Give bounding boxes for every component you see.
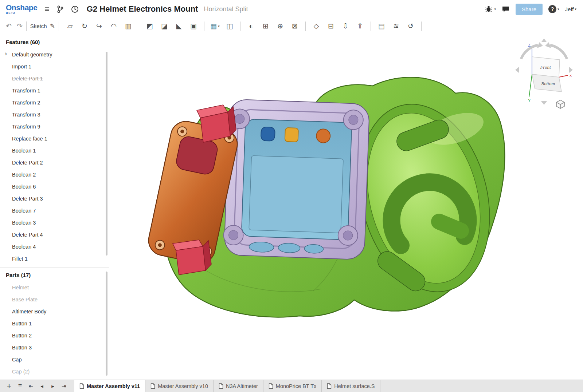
bug-caret-icon: ▾ <box>494 7 496 11</box>
svg-text:Z: Z <box>528 43 531 47</box>
history-clock-icon[interactable] <box>71 5 79 13</box>
header: Onshape BETA ≡ G2 Helmet Electronics Mou… <box>0 0 583 18</box>
helmet-mount-3d-model[interactable] <box>109 34 583 380</box>
report-bug-icon[interactable]: ▾ <box>485 5 496 13</box>
graphics-viewport[interactable]: Front Bottom Z X Y <box>109 34 583 380</box>
part-item[interactable]: Base Plate <box>0 293 109 305</box>
workspace-layout-label: Horizontal Split <box>204 5 248 13</box>
feature-item[interactable]: › Boolean 1 <box>0 144 109 157</box>
parts-scrollbar[interactable] <box>106 272 107 376</box>
feature-item[interactable]: › Default geometry <box>0 48 109 60</box>
button-blue[interactable] <box>261 127 275 141</box>
part-item[interactable]: Button 1 <box>0 317 109 329</box>
feature-item[interactable]: › Delete Part 2 <box>0 157 109 169</box>
comments-icon[interactable] <box>502 6 510 13</box>
toolbar-divider <box>59 21 59 31</box>
fillet-icon[interactable]: ◩ ▾ <box>142 20 157 32</box>
help-caret-icon: ▾ <box>557 7 559 11</box>
part-item[interactable]: Altimeter Body <box>0 305 109 317</box>
undo-button[interactable]: ↶ <box>6 22 12 30</box>
linear-pattern-icon[interactable]: ▦ ▾ <box>208 20 222 32</box>
mirror-icon[interactable]: ◫ ▾ <box>222 20 237 32</box>
draft-icon[interactable]: ◣ ▾ <box>172 20 186 32</box>
expand-arrow-icon[interactable]: › <box>5 50 7 58</box>
rotate-up-arrow[interactable] <box>541 39 547 42</box>
onshape-logo[interactable]: Onshape BETA <box>6 4 37 15</box>
shell-icon[interactable]: ▣ ▾ <box>186 20 201 32</box>
part-item[interactable]: Button 2 <box>0 329 109 341</box>
altimeter-housing[interactable] <box>223 99 370 260</box>
document-tab[interactable]: N3A Altimeter <box>214 380 263 392</box>
feature-item[interactable]: › Boolean 7 <box>0 205 109 217</box>
appearance-icon[interactable]: ≋ ▾ <box>389 20 403 32</box>
feature-item[interactable]: › Boolean 6 <box>0 181 109 193</box>
loft-icon[interactable]: ◠ ▾ <box>106 20 121 32</box>
isometric-view-icon[interactable] <box>555 99 566 109</box>
button-gold[interactable] <box>285 128 298 142</box>
prev-tab-button[interactable]: ◂ <box>36 380 47 392</box>
revolve-icon[interactable]: ↻ ▾ <box>77 20 92 32</box>
sketch-button[interactable]: Sketch ✎ <box>30 22 55 30</box>
main-menu-icon[interactable]: ≡ <box>44 4 49 14</box>
feature-item[interactable]: › Fillet 1 <box>0 253 109 265</box>
button-orange[interactable] <box>316 129 330 143</box>
history-icon[interactable]: ↺ ▾ <box>403 20 418 32</box>
feature-item[interactable]: › Delete Part 3 <box>0 193 109 205</box>
part-item[interactable]: Cap <box>0 353 109 365</box>
feature-item[interactable]: › Delete Part 4 <box>0 229 109 241</box>
redo-button[interactable]: ↷ <box>17 22 23 30</box>
help-menu[interactable]: ? ▾ <box>548 5 559 13</box>
features-scrollbar[interactable] <box>106 52 107 256</box>
feature-item[interactable]: › Transform 1 <box>0 84 109 96</box>
toolbar-tool: ▾ <box>371 21 371 31</box>
feature-item[interactable]: › Import 1 <box>0 60 109 72</box>
first-tab-button[interactable]: ⇤ <box>26 380 36 392</box>
document-tabs: Master Assembly v11 Master Assembly v10 <box>74 380 380 392</box>
move-face-icon[interactable]: ⊕ ▾ <box>273 20 287 32</box>
document-tab[interactable]: Helmet surface.S <box>322 380 380 392</box>
toolbar-tool: ▾ <box>421 21 422 31</box>
document-tab[interactable]: Master Assembly v10 <box>145 380 214 392</box>
next-tab-button[interactable]: ▸ <box>47 380 58 392</box>
feature-item[interactable]: › Replace face 1 <box>0 132 109 144</box>
rotate-right-arrow[interactable] <box>569 67 573 73</box>
feature-item[interactable]: › Transform 3 <box>0 108 109 120</box>
last-tab-button[interactable]: ⇥ <box>58 380 69 392</box>
feature-item[interactable]: › Boolean 2 <box>0 169 109 181</box>
section-view-icon[interactable]: ▤ ▾ <box>374 20 389 32</box>
feature-item[interactable]: › Transform 9 <box>0 120 109 132</box>
feature-item[interactable]: › Delete Part 1 <box>0 72 109 84</box>
split-icon[interactable]: ⊞ ▾ <box>258 20 273 32</box>
chamfer-icon[interactable]: ◪ ▾ <box>157 20 172 32</box>
extrude-icon[interactable]: ▱ ▾ <box>63 20 77 32</box>
versions-branch-icon[interactable] <box>57 5 64 13</box>
share-button[interactable]: Share <box>516 4 543 15</box>
add-tab-button[interactable]: + <box>4 380 15 392</box>
toolbar-tool: ▾ <box>305 21 306 31</box>
rotate-left-arrow[interactable] <box>515 67 519 73</box>
feature-item[interactable]: › Transform 2 <box>0 96 109 108</box>
rotate-down-arrow[interactable] <box>541 101 547 105</box>
delete-face-icon[interactable]: ⊠ ▾ <box>287 20 302 32</box>
svg-text:Front: Front <box>540 64 551 70</box>
import-icon[interactable]: ⇩ ▾ <box>338 20 353 32</box>
transform-icon[interactable]: ◇ ▾ <box>309 20 324 32</box>
document-tab[interactable]: MonoPrice BT Tx <box>263 380 322 392</box>
boolean-icon[interactable]: ◐ ▾ <box>244 20 258 32</box>
part-item[interactable]: Cap (2) <box>0 365 109 377</box>
feature-item[interactable]: › Boolean 3 <box>0 217 109 229</box>
export-icon[interactable]: ⇧ ▾ <box>353 20 367 32</box>
parts-header: Parts (17) <box>0 268 109 281</box>
user-name: Jeff <box>565 6 574 12</box>
view-cube[interactable]: Front Bottom Z X Y <box>513 38 575 107</box>
sweep-icon[interactable]: ↪ ▾ <box>92 20 106 32</box>
tab-manager-button[interactable]: ≡ <box>15 380 26 392</box>
feature-item[interactable]: › Boolean 4 <box>0 241 109 253</box>
user-menu[interactable]: Jeff ▾ <box>565 6 576 12</box>
thicken-icon[interactable]: ▥ ▾ <box>121 20 136 32</box>
delete-part-icon[interactable]: ⊟ ▾ <box>324 20 338 32</box>
part-item[interactable]: Button 3 <box>0 341 109 353</box>
red-block-bottom[interactable] <box>173 240 211 275</box>
part-item[interactable]: Helmet <box>0 281 109 293</box>
document-tab[interactable]: Master Assembly v11 <box>74 380 145 392</box>
